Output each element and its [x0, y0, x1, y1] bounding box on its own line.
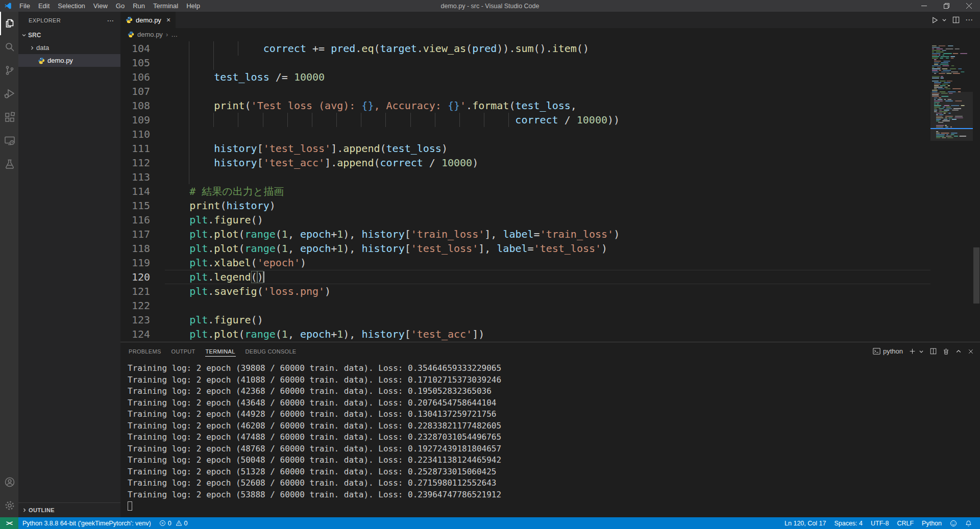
new-terminal-icon[interactable]: [909, 348, 916, 355]
minimap[interactable]: [930, 41, 973, 342]
menu-view[interactable]: View: [89, 0, 112, 12]
code-line-105[interactable]: [165, 56, 930, 70]
eol-item[interactable]: CRLF: [893, 517, 918, 529]
menu-help[interactable]: Help: [182, 0, 204, 12]
code-line-107[interactable]: [165, 84, 930, 98]
code-line-122[interactable]: [165, 298, 930, 313]
code-line-115[interactable]: print(history): [165, 198, 930, 213]
feedback-icon[interactable]: [946, 517, 961, 529]
tree-root-src[interactable]: SRC: [18, 29, 120, 41]
run-debug-icon[interactable]: [0, 82, 18, 106]
line-number: 117: [120, 227, 165, 241]
code-line-119[interactable]: plt.xlabel('epoch'): [165, 256, 930, 270]
close-icon[interactable]: ×: [166, 16, 170, 24]
remote-indicator[interactable]: ><: [0, 517, 18, 529]
code-line-112[interactable]: history['test_acc'].append(correct / 100…: [165, 156, 930, 170]
restore-icon[interactable]: [935, 0, 958, 12]
code-line-106[interactable]: test_loss /= 10000: [165, 70, 930, 84]
code-line-116[interactable]: plt.figure(): [165, 213, 930, 227]
trash-icon[interactable]: [943, 348, 949, 355]
run-button[interactable]: [931, 16, 939, 24]
terminal-picker[interactable]: python: [873, 347, 903, 355]
menu-selection[interactable]: Selection: [54, 0, 89, 12]
line-number: 107: [120, 84, 165, 98]
terminal-icon: [873, 348, 880, 355]
scrollbar-thumb[interactable]: [973, 247, 979, 304]
bell-icon[interactable]: [961, 517, 976, 529]
code-line-124[interactable]: plt.plot(range(1, epoch+1), history['tes…: [165, 327, 930, 341]
terminal-line: Training log: 2 epoch (42368 / 60000 tra…: [128, 386, 980, 397]
menu-go[interactable]: Go: [112, 0, 129, 12]
editor-scrollbar[interactable]: [973, 41, 980, 342]
error-icon: [159, 520, 166, 526]
breadcrumb-file[interactable]: demo.py: [137, 31, 163, 38]
remote-explorer-icon[interactable]: [0, 129, 18, 153]
code-line-104[interactable]: correct += pred.eq(target.view_as(pred))…: [165, 41, 930, 56]
outline-section[interactable]: OUTLINE: [18, 502, 120, 517]
code-line-108[interactable]: print('Test loss (avg): {}, Accuracy: {}…: [165, 98, 930, 113]
test-beaker-icon[interactable]: [0, 153, 18, 176]
search-icon[interactable]: [0, 35, 18, 59]
panel-tab-output[interactable]: OUTPUT: [171, 346, 196, 357]
tab-demo-py[interactable]: demo.py ×: [120, 12, 176, 28]
tree-item-demo-py[interactable]: demo.py: [18, 54, 120, 67]
code-line-111[interactable]: history['test_loss'].append(test_loss): [165, 141, 930, 156]
code-line-121[interactable]: plt.savefig('loss.png'): [165, 284, 930, 298]
code-line-114[interactable]: # 結果の出力と描画: [165, 184, 930, 198]
close-icon[interactable]: [958, 0, 980, 12]
settings-gear-icon[interactable]: [0, 494, 18, 517]
close-icon[interactable]: [968, 348, 974, 355]
chevron-down-icon[interactable]: [942, 17, 947, 22]
explorer-icon[interactable]: [0, 12, 18, 35]
code-content[interactable]: correct += pred.eq(target.view_as(pred))…: [165, 41, 930, 342]
breadcrumb[interactable]: demo.py › …: [120, 28, 980, 41]
split-terminal-icon[interactable]: [930, 348, 937, 355]
code-line-117[interactable]: plt.plot(range(1, epoch+1), history['tra…: [165, 227, 930, 241]
cursor-position-item[interactable]: Ln 120, Col 17: [780, 517, 830, 529]
line-number: 109: [120, 113, 165, 127]
chevron-down-icon[interactable]: [919, 349, 924, 354]
tab-bar: demo.py × ⋯: [120, 12, 980, 28]
code-line-109[interactable]: correct / 10000)): [165, 113, 930, 127]
language-mode-item[interactable]: Python: [918, 517, 946, 529]
terminal-line: Training log: 2 epoch (46208 / 60000 tra…: [128, 420, 980, 432]
chevron-right-icon: [28, 45, 36, 51]
code-editor[interactable]: 1041051061071081091101111121131141151161…: [120, 41, 980, 342]
root-label: SRC: [28, 32, 41, 39]
menu-file[interactable]: File: [15, 0, 34, 12]
extensions-icon[interactable]: [0, 106, 18, 129]
code-line-113[interactable]: [165, 170, 930, 184]
menu-run[interactable]: Run: [129, 0, 149, 12]
account-icon[interactable]: [0, 470, 18, 494]
more-actions-icon[interactable]: ⋯: [965, 15, 973, 24]
panel-tab-problems[interactable]: PROBLEMS: [128, 346, 162, 357]
python-file-icon: [128, 31, 134, 38]
terminal-line: Training log: 2 epoch (39808 / 60000 tra…: [128, 363, 980, 374]
panel-tab-terminal[interactable]: TERMINAL: [205, 346, 236, 357]
panel: PROBLEMSOUTPUTTERMINALDEBUG CONSOLE pyth…: [120, 342, 980, 517]
source-control-icon[interactable]: [0, 59, 18, 82]
problems-item[interactable]: 0 0: [155, 517, 192, 529]
window-controls: [913, 0, 980, 12]
menu-terminal[interactable]: Terminal: [149, 0, 182, 12]
line-number: 106: [120, 70, 165, 84]
python-interpreter-item[interactable]: Python 3.8.8 64-bit ('geekTimePytorch': …: [18, 517, 155, 529]
code-line-123[interactable]: plt.figure(): [165, 313, 930, 327]
menu-edit[interactable]: Edit: [34, 0, 54, 12]
line-number: 114: [120, 184, 165, 198]
panel-tab-debug-console[interactable]: DEBUG CONSOLE: [245, 346, 297, 357]
breadcrumb-more[interactable]: …: [171, 31, 178, 38]
terminal-line: Training log: 2 epoch (52608 / 60000 tra…: [128, 477, 980, 489]
terminal-output[interactable]: Training log: 2 epoch (39808 / 60000 tra…: [120, 360, 980, 517]
encoding-item[interactable]: UTF-8: [867, 517, 893, 529]
code-line-110[interactable]: [165, 127, 930, 141]
minimize-icon[interactable]: [913, 0, 935, 12]
split-editor-icon[interactable]: [952, 16, 960, 23]
indentation-item[interactable]: Spaces: 4: [830, 517, 867, 529]
code-line-120[interactable]: plt.legend(): [165, 270, 930, 284]
code-line-118[interactable]: plt.plot(range(1, epoch+1), history['tes…: [165, 241, 930, 256]
python-file-icon: [126, 16, 133, 23]
chevron-up-icon[interactable]: [955, 348, 962, 355]
tree-item-data[interactable]: data: [18, 41, 120, 54]
views-more-icon[interactable]: ⋯: [107, 16, 114, 24]
